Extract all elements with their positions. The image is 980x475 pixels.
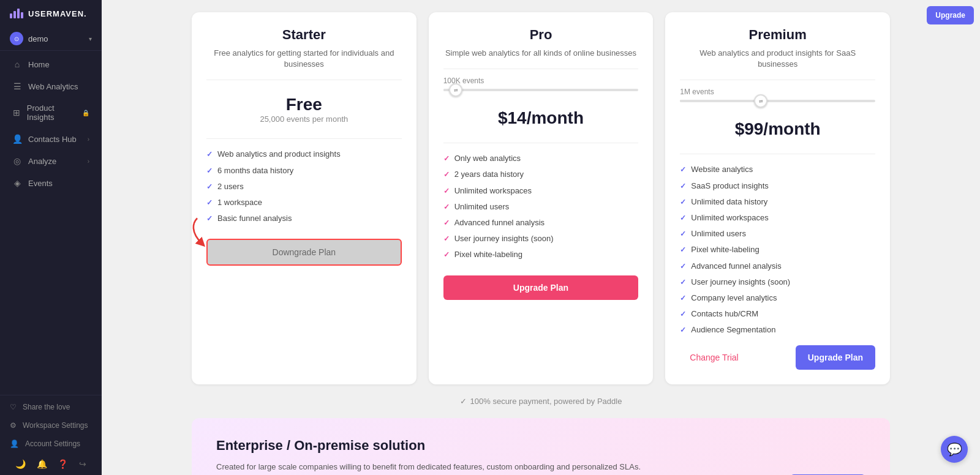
moon-icon[interactable]: 🌙 (15, 459, 26, 469)
check-icon: ✓ (680, 245, 686, 255)
check-icon: ✓ (443, 170, 450, 180)
feature-item: ✓Contacts hub/CRM (680, 309, 875, 320)
logo-icon (10, 9, 23, 18)
feature-item: ✓2 users (206, 181, 402, 192)
pro-price: $14/month (443, 108, 639, 128)
feature-item: ✓Unlimited data history (680, 196, 875, 208)
home-icon: ⌂ (12, 59, 22, 69)
nav-label-events: Events (28, 179, 53, 188)
pricing-container: Starter Free analytics for getting start… (173, 0, 908, 475)
check-icon: ✓ (680, 181, 686, 192)
premium-features: ✓Website analytics ✓SaaS product insight… (680, 164, 875, 335)
heart-icon: ♡ (10, 403, 17, 411)
sidebar-item-workspace-settings[interactable]: ⚙ Workspace Settings (0, 416, 102, 435)
secure-payment-text: 100% secure payment, powered by Paddle (470, 397, 622, 406)
pro-slider-thumb[interactable]: ⇄ (449, 83, 462, 97)
check-icon: ✓ (680, 165, 686, 175)
workspace-settings-label: Workspace Settings (23, 421, 88, 430)
feature-item: ✓6 months data history (206, 165, 402, 176)
enterprise-description: Created for large scale companies willin… (216, 461, 766, 473)
change-trial-button[interactable]: Change Trial (680, 345, 748, 370)
starter-features: ✓Web analytics and product insights ✓6 m… (206, 149, 402, 224)
sidebar-item-home[interactable]: ⌂ Home (2, 54, 99, 75)
pro-slider-track[interactable]: ⇄ (443, 89, 639, 91)
starter-plan-card: Starter Free analytics for getting start… (192, 12, 417, 384)
top-right-upgrade-button[interactable]: Upgrade (927, 6, 974, 24)
sidebar-item-share-love[interactable]: ♡ Share the love (0, 398, 102, 416)
product-insights-icon: ⊞ (12, 108, 21, 118)
check-icon: ✓ (206, 198, 213, 208)
premium-plan-subtitle: Web analytics and product insights for S… (680, 48, 875, 70)
sidebar-item-product-insights[interactable]: ⊞ Product Insights 🔒 (2, 98, 99, 127)
feature-item: ✓1 workspace (206, 197, 402, 208)
main-content: Starter Free analytics for getting start… (102, 0, 980, 475)
red-arrow-annotation (188, 211, 225, 253)
pro-plan-subtitle: Simple web analytics for all kinds of on… (443, 48, 639, 59)
workspace-avatar: ⊙ (10, 32, 23, 45)
check-icon: ✓ (206, 182, 213, 192)
feature-item: ✓Advanced funnel analysis (443, 217, 639, 228)
check-icon: ✓ (443, 250, 450, 260)
enterprise-left: Enterprise / On-premise solution Created… (216, 438, 766, 475)
account-settings-label: Account Settings (25, 439, 80, 448)
premium-upgrade-button[interactable]: Upgrade Plan (796, 345, 875, 370)
nav-label-home: Home (28, 60, 50, 69)
logout-icon[interactable]: ↪ (79, 459, 86, 469)
logo-text: USERMAVEN. (28, 9, 87, 18)
check-icon: ✓ (680, 229, 686, 239)
bell-icon[interactable]: 🔔 (37, 459, 47, 469)
question-icon[interactable]: ❓ (58, 459, 68, 469)
pro-features: ✓Only web analytics ✓2 years data histor… (443, 153, 639, 260)
feature-item: ✓Company level analytics (680, 293, 875, 304)
sidebar-item-analyze[interactable]: ◎ Analyze › (2, 151, 99, 171)
check-icon: ✓ (443, 218, 450, 228)
premium-plan-title: Premium (680, 27, 875, 43)
plans-row: Starter Free analytics for getting start… (192, 12, 890, 384)
workspace-name: demo (28, 34, 48, 43)
check-icon: ✓ (206, 149, 213, 160)
secure-payment: ✓ 100% secure payment, powered by Paddle (192, 397, 890, 406)
nav-label-product-insights: Product Insights (27, 103, 76, 122)
web-analytics-icon: ☰ (12, 81, 22, 91)
starter-price: Free (206, 95, 402, 114)
nav-label-web-analytics: Web Analytics (28, 82, 78, 91)
events-icon: ◈ (12, 178, 22, 188)
premium-price-container: $99/month (680, 112, 875, 146)
starter-plan-title: Starter (206, 27, 402, 43)
feature-item: ✓Advanced funnel analysis (680, 261, 875, 272)
enterprise-right: Let's Talk (790, 438, 865, 475)
check-icon: ✓ (443, 234, 450, 244)
sidebar-item-web-analytics[interactable]: ☰ Web Analytics (2, 76, 99, 97)
nav-label-contacts-hub: Contacts Hub (28, 135, 77, 144)
pro-price-container: $14/month (443, 101, 639, 135)
pro-plan-card: Pro Simple web analytics for all kinds o… (429, 12, 654, 384)
settings-icon: ⚙ (10, 421, 17, 430)
feature-item: ✓Unlimited workspaces (443, 185, 639, 196)
sidebar-item-contacts-hub[interactable]: 👤 Contacts Hub › (2, 129, 99, 149)
workspace-selector[interactable]: ⊙ demo ▾ (0, 27, 102, 51)
premium-slider-track[interactable]: ⇄ (680, 100, 875, 102)
downgrade-plan-button[interactable]: Downgrade Plan (206, 239, 402, 266)
sidebar-item-events[interactable]: ◈ Events (2, 173, 99, 193)
premium-plan-card: Premium Web analytics and product insigh… (665, 12, 890, 384)
check-icon: ✓ (443, 154, 450, 164)
feature-item: ✓Only web analytics (443, 153, 639, 164)
feature-item: ✓Web analytics and product insights (206, 149, 402, 160)
chat-bubble[interactable]: 💬 (941, 436, 968, 463)
sidebar-logo: USERMAVEN. (0, 0, 102, 27)
pro-upgrade-button[interactable]: Upgrade Plan (443, 275, 639, 300)
contacts-icon: 👤 (12, 134, 22, 144)
feature-item: ✓Basic funnel analysis (206, 213, 402, 224)
feature-item: ✓Unlimited workspaces (680, 212, 875, 223)
premium-slider-thumb[interactable]: ⇄ (754, 94, 767, 108)
feature-item: ✓Website analytics (680, 164, 875, 175)
check-icon: ✓ (443, 186, 450, 196)
check-icon: ✓ (680, 309, 686, 320)
check-icon: ✓ (443, 202, 450, 212)
feature-item: ✓SaaS product insights (680, 181, 875, 192)
feature-item: ✓User journey insights (soon) (680, 277, 875, 288)
feature-item: ✓2 years data history (443, 169, 639, 180)
premium-events-label: 1M events (680, 88, 875, 96)
sidebar-item-account-settings[interactable]: 👤 Account Settings (0, 435, 102, 453)
check-icon: ✓ (680, 325, 686, 335)
